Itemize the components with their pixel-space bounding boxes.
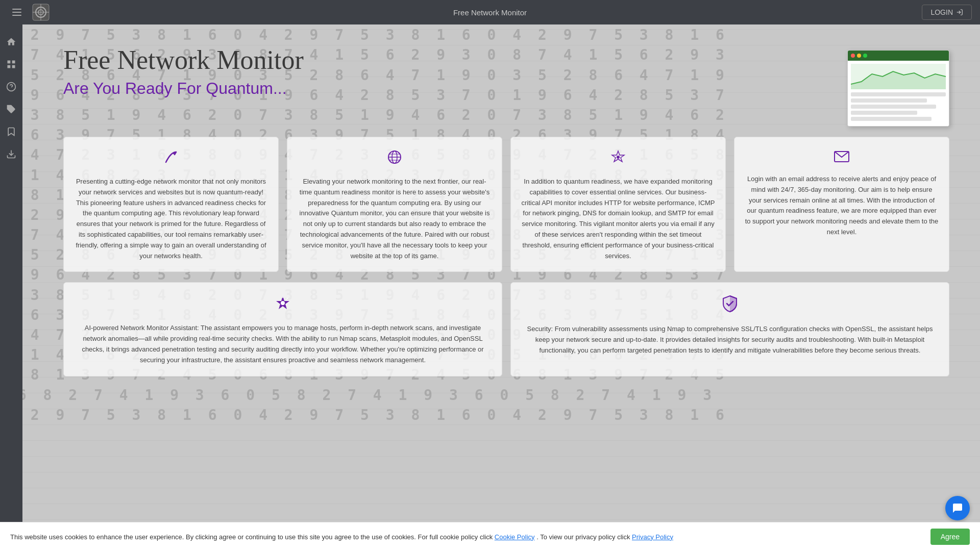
- min-dot: [857, 54, 861, 58]
- feature-text-ai: AI-powered Network Monitor Assistant: Th…: [79, 323, 486, 365]
- mockup-chart: [851, 64, 946, 89]
- svg-marker-14: [851, 71, 946, 89]
- feature-text-api: In addition to quantum readiness, we hav…: [521, 177, 715, 261]
- dashboard-icon: [6, 59, 16, 69]
- hero-image: [837, 45, 949, 127]
- mockup-row: [851, 98, 927, 103]
- cookie-policy-link[interactable]: Cookie Policy: [495, 533, 535, 541]
- feature-text-quantum: Elevating your network monitoring to the…: [298, 177, 492, 261]
- sidebar-item-home[interactable]: [2, 33, 20, 51]
- sidebar-item-dashboard[interactable]: [2, 55, 20, 73]
- hero-section: Free Network Monitor Are You Ready For Q…: [22, 24, 980, 137]
- svg-rect-7: [12, 61, 15, 64]
- header: Free Network Monitor LOGIN: [0, 0, 980, 24]
- download-icon: [6, 149, 16, 159]
- ai-star-icon: [79, 295, 486, 315]
- svg-line-26: [286, 298, 288, 299]
- mockup-rows: [851, 92, 946, 121]
- login-label: LOGIN: [930, 8, 953, 16]
- max-dot: [863, 54, 867, 58]
- header-title: Free Network Monitor: [453, 8, 527, 17]
- feature-text-security: Security: From vulnerability assessments…: [526, 324, 934, 356]
- mockup-row: [851, 92, 946, 96]
- mockup-row: [851, 111, 917, 115]
- tags-icon: [6, 104, 16, 114]
- network-icon: [74, 149, 268, 168]
- logo[interactable]: [32, 3, 50, 21]
- cookie-text: This website uses cookies to enhance the…: [10, 533, 920, 541]
- feature-text-network: Presenting a cutting-edge network monito…: [74, 177, 268, 261]
- sidebar-item-tags[interactable]: [2, 100, 20, 118]
- svg-point-21: [617, 156, 620, 159]
- chat-button[interactable]: [945, 496, 970, 520]
- email-icon: [745, 149, 939, 166]
- hamburger-line: [12, 15, 21, 16]
- mockup-titlebar: [848, 51, 949, 61]
- hamburger-line: [12, 12, 21, 13]
- home-icon: [6, 37, 16, 47]
- globe-icon: [298, 149, 492, 168]
- hero-text: Free Network Monitor Are You Ready For Q…: [63, 45, 817, 98]
- features-bottom-grid: AI-powered Network Monitor Assistant: Th…: [22, 282, 980, 386]
- help-icon: [6, 82, 16, 92]
- sidebar-item-save[interactable]: [2, 122, 20, 141]
- close-dot: [851, 54, 855, 58]
- feature-card-api: In addition to quantum readiness, we hav…: [510, 137, 726, 272]
- cookie-bar: This website uses cookies to enhance the…: [0, 522, 980, 551]
- login-icon: [956, 9, 963, 16]
- svg-point-24: [281, 301, 285, 305]
- feature-card-network: Presenting a cutting-edge network monito…: [63, 137, 279, 272]
- svg-rect-8: [8, 65, 11, 68]
- shield-icon: [526, 295, 934, 316]
- mockup-row: [851, 105, 936, 109]
- login-button[interactable]: LOGIN: [922, 5, 972, 20]
- feature-text-email: Login with an email address to receive a…: [745, 174, 939, 238]
- hero-subtitle: Are You Ready For Quantum...: [63, 79, 817, 98]
- menu-button[interactable]: [8, 7, 26, 18]
- hero-title: Free Network Monitor: [63, 45, 817, 75]
- features-grid: Presenting a cutting-edge network monito…: [22, 137, 980, 282]
- bookmark-icon: [6, 127, 16, 137]
- feature-card-email: Login with an email address to receive a…: [734, 137, 949, 272]
- svg-rect-9: [12, 65, 15, 68]
- feature-card-quantum: Elevating your network monitoring to the…: [287, 137, 502, 272]
- mockup-row: [851, 117, 932, 121]
- svg-rect-6: [8, 61, 11, 64]
- agree-button[interactable]: Agree: [930, 529, 970, 545]
- mockup-body: [848, 61, 949, 126]
- app-mockup: [847, 50, 949, 127]
- header-left: [8, 3, 50, 21]
- sidebar-item-download[interactable]: [2, 145, 20, 163]
- api-icon: [521, 149, 715, 168]
- privacy-policy-link[interactable]: Privacy Policy: [632, 533, 673, 541]
- chat-icon: [951, 502, 964, 514]
- sidebar-item-help[interactable]: [2, 78, 20, 96]
- feature-card-security: Security: From vulnerability assessments…: [510, 282, 949, 376]
- main-content: Free Network Monitor Are You Ready For Q…: [22, 0, 980, 551]
- sidebar: [0, 24, 22, 551]
- cookie-privacy-text: . To view our privacy policy click: [536, 533, 632, 541]
- hamburger-line: [12, 9, 21, 10]
- feature-card-ai: AI-powered Network Monitor Assistant: Th…: [63, 282, 502, 376]
- cookie-message: This website uses cookies to enhance the…: [10, 533, 495, 541]
